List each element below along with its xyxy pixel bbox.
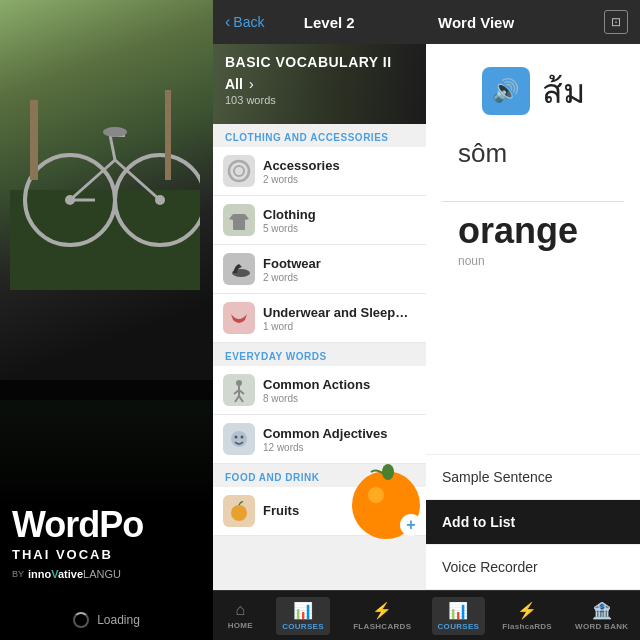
home-icon: ⌂ [235,601,245,619]
svg-point-10 [103,127,127,137]
svg-line-7 [110,135,115,160]
nav-home[interactable]: ⌂ HOME [222,597,259,634]
right-panel: Word View ⊡ 🔊 ส้ม sôm orange noun Sample… [426,0,640,640]
voice-recorder-button[interactable]: Voice Recorder [426,545,640,590]
svg-rect-11 [30,100,38,180]
actions-text: Common Actions 8 words [263,377,416,404]
adjectives-text: Common Adjectives 12 words [263,426,416,453]
accessories-icon [223,155,255,187]
accessories-name: Accessories [263,158,416,173]
list-item[interactable]: Accessories 2 words [213,147,426,196]
footwear-icon [223,253,255,285]
clothing-name: Clothing [263,207,416,222]
word-count: 103 words [225,94,414,106]
all-arrow-icon: › [249,76,254,92]
adjectives-name: Common Adjectives [263,426,416,441]
clothing-text: Clothing 5 words [263,207,416,234]
left-panel: WordPo THAI VOCAB BY innoVativeLANGU Loa… [0,0,213,640]
romanized-word: sôm [442,138,507,169]
word-view-title: Word View [438,14,514,31]
section-clothing-accessories: CLOTHING AND ACCESSORIES [213,124,426,147]
accessories-text: Accessories 2 words [263,158,416,185]
footwear-count: 2 words [263,272,416,283]
loading-text: Loading [97,613,140,627]
add-to-list-button[interactable]: Add to List [426,500,640,545]
middle-bottom-nav: ⌂ HOME 📊 COURSES ⚡ FLASHCARDS [213,590,426,640]
svg-rect-0 [10,190,200,290]
word-divider [442,201,624,202]
flashcards-label: FLASHCARDS [353,622,411,631]
loading-bar: Loading [0,612,213,628]
word-view-content: 🔊 ส้ม sôm orange noun [426,44,640,454]
speaker-icon: 🔊 [492,78,519,104]
footwear-text: Footwear 2 words [263,256,416,283]
back-button[interactable]: ‹ Back [225,13,264,31]
background-photo [0,0,213,400]
svg-rect-13 [165,90,171,180]
svg-point-20 [236,380,242,386]
courses-label: COURSES [282,622,324,631]
actions-count: 8 words [263,393,416,404]
word-view-header: Word View ⊡ [426,0,640,44]
course-title: BASIC VOCABULARY II [225,54,414,70]
flashcards-icon: ⚡ [372,601,392,620]
underwear-icon [223,302,255,334]
svg-point-32 [382,464,394,480]
actions-icon [223,374,255,406]
sample-sentence-button[interactable]: Sample Sentence [426,455,640,500]
list-item[interactable]: Underwear and Sleep… 1 word [213,294,426,343]
adjectives-count: 12 words [263,442,416,453]
brand-subtitle: THAI VOCAB [12,547,113,562]
adjectives-icon [223,423,255,455]
svg-rect-16 [233,214,245,230]
right-nav-wordbank[interactable]: 🏦 WORD BANK [569,597,634,635]
english-word: orange [442,210,578,252]
fruits-icon [223,495,255,527]
word-pos: noun [442,254,485,268]
audio-button[interactable]: 🔊 [482,67,530,115]
nav-flashcards[interactable]: ⚡ FLASHCARDS [347,597,417,635]
bike-illustration [10,40,200,290]
right-courses-icon: 📊 [448,601,468,620]
right-flashcards-label: FlashcaRDS [502,622,552,631]
svg-point-31 [368,487,384,503]
svg-marker-17 [229,214,233,220]
back-label: Back [233,14,264,30]
svg-marker-18 [245,214,249,220]
course-banner: BASIC VOCABULARY II All › 103 words [213,44,426,124]
thai-word: ส้ม [542,64,585,118]
svg-point-14 [229,161,249,181]
brand-title: WordPo [12,507,143,543]
right-nav-courses[interactable]: 📊 COURSES [432,597,486,635]
right-wordbank-label: WORD BANK [575,622,628,631]
course-all-row[interactable]: All › [225,76,414,92]
home-label: HOME [228,621,253,630]
courses-icon: 📊 [293,601,313,620]
back-chevron-icon: ‹ [225,13,230,31]
audio-thai-row: 🔊 ส้ม [482,64,585,118]
underwear-text: Underwear and Sleep… 1 word [263,305,416,332]
middle-header: ‹ Back Level 2 [213,0,426,44]
underwear-name: Underwear and Sleep… [263,305,416,320]
clothing-count: 5 words [263,223,416,234]
list-container: CLOTHING AND ACCESSORIES Accessories 2 w… [213,124,426,590]
svg-point-28 [241,436,244,439]
svg-point-27 [235,436,238,439]
list-item[interactable]: Common Adjectives 12 words [213,415,426,464]
brand-by: BY innoVativeLANGU [12,568,121,580]
right-nav-flashcards[interactable]: ⚡ FlashcaRDS [496,597,558,635]
underwear-count: 1 word [263,321,416,332]
orange-image-overlay: + [346,460,426,540]
middle-panel: ‹ Back Level 2 BASIC VOCABULARY II All ›… [213,0,426,640]
right-bottom-nav: 📊 COURSES ⚡ FlashcaRDS 🏦 WORD BANK [426,590,640,640]
word-view-settings-icon[interactable]: ⊡ [604,10,628,34]
accessories-count: 2 words [263,174,416,185]
list-item[interactable]: Common Actions 8 words [213,366,426,415]
brand-section: WordPo THAI VOCAB BY innoVativeLANGU [0,380,213,640]
nav-courses[interactable]: 📊 COURSES [276,597,330,635]
orange-plus-icon[interactable]: + [400,514,422,536]
list-item[interactable]: Clothing 5 words [213,196,426,245]
list-item[interactable]: Footwear 2 words [213,245,426,294]
clothing-icon [223,204,255,236]
right-flashcards-icon: ⚡ [517,601,537,620]
